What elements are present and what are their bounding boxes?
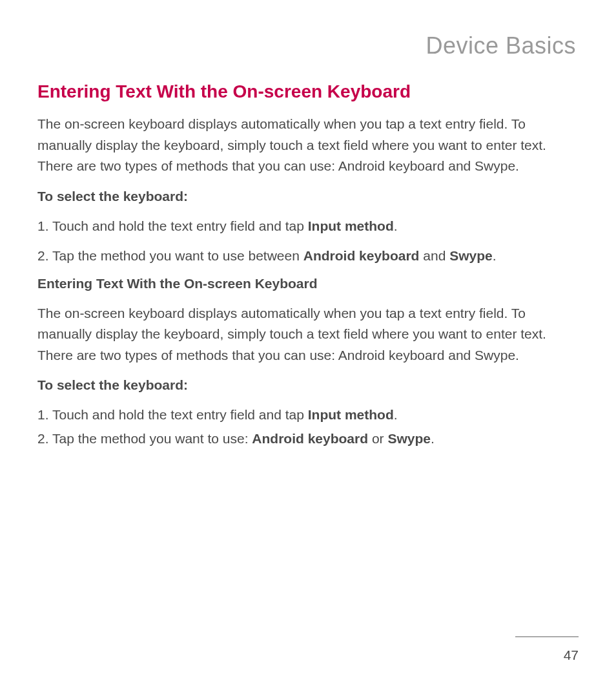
- step-2b-bold2: Swype: [387, 431, 431, 446]
- select-keyboard-heading-2: To select the keyboard:: [37, 377, 579, 393]
- step-2b-mid: or: [368, 431, 387, 446]
- step-2b-post: .: [431, 431, 435, 446]
- step-1b: 1. Touch and hold the text entry field a…: [37, 405, 579, 426]
- step-1a: 1. Touch and hold the text entry field a…: [37, 216, 579, 237]
- page-number: 47: [564, 647, 579, 663]
- step-2a-bold1: Android keyboard: [303, 248, 420, 263]
- step-2b: 2. Tap the method you want to use: Andro…: [37, 428, 579, 450]
- step-1a-post: .: [394, 218, 398, 233]
- select-keyboard-heading-1: To select the keyboard:: [37, 189, 579, 204]
- step-2b-pre: 2. Tap the method you want to use:: [37, 431, 252, 446]
- step-2a-post: .: [493, 248, 497, 263]
- step-1a-pre: 1. Touch and hold the text entry field a…: [37, 218, 308, 233]
- step-1b-pre: 1. Touch and hold the text entry field a…: [37, 407, 308, 422]
- intro-paragraph-2: The on-screen keyboard displays automati…: [37, 303, 579, 366]
- footer-rule: [515, 636, 579, 637]
- intro-paragraph-1: The on-screen keyboard displays automati…: [37, 114, 579, 177]
- step-1a-bold: Input method: [308, 218, 394, 233]
- step-2a-pre: 2. Tap the method you want to use betwee…: [37, 248, 303, 263]
- page-header: Device Basics: [37, 32, 579, 59]
- step-2a-bold2: Swype: [449, 248, 493, 263]
- section-title: Entering Text With the On-screen Keyboar…: [37, 81, 579, 102]
- subsection-heading: Entering Text With the On-screen Keyboar…: [37, 276, 579, 291]
- step-2a: 2. Tap the method you want to use betwee…: [37, 246, 579, 267]
- step-2a-mid: and: [419, 248, 449, 263]
- step-1b-post: .: [394, 407, 398, 422]
- step-1b-bold: Input method: [308, 407, 394, 422]
- step-2b-bold1: Android keyboard: [252, 431, 368, 446]
